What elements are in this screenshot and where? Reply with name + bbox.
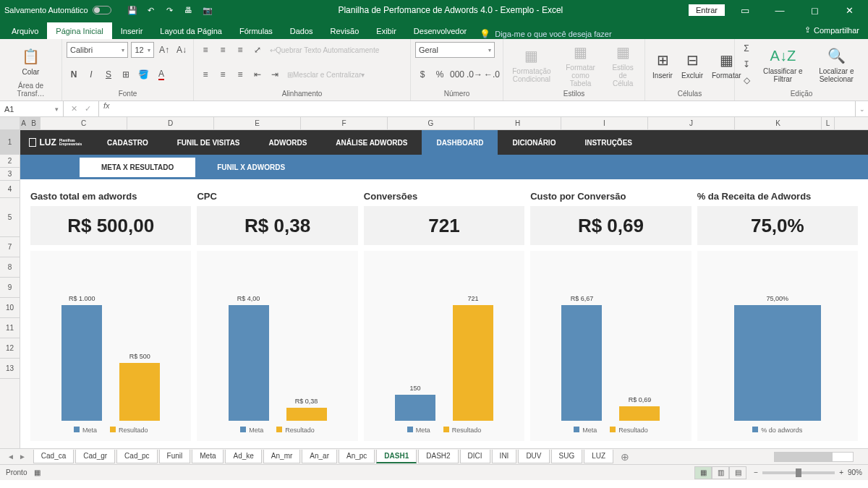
nav-instruções[interactable]: INSTRUÇÕES [570, 130, 647, 155]
view-layout-icon[interactable]: ▥ [712, 466, 729, 479]
sheet-tab-An_mr[interactable]: An_mr [263, 450, 300, 463]
font-size-select[interactable]: 12▾ [131, 42, 154, 58]
sheet-tab-An_pc[interactable]: An_pc [339, 450, 375, 463]
sort-filter-button[interactable]: A↓ZClassificar e Filtrar [760, 40, 807, 88]
sheet-tab-DASH1[interactable]: DASH1 [376, 450, 417, 463]
increase-font-icon[interactable]: A↑ [157, 43, 171, 57]
save-icon[interactable]: 💾 [127, 5, 137, 15]
align-middle-icon[interactable]: ≡ [216, 43, 230, 57]
expand-formula-icon[interactable]: ⌄ [855, 101, 868, 116]
zoom-level[interactable]: 90% [848, 468, 862, 476]
sheet-nav-next-icon[interactable]: ► [19, 453, 26, 461]
zoom-thumb[interactable] [796, 468, 801, 477]
nav-cadastro[interactable]: CADASTRO [93, 130, 163, 155]
zoom-out-icon[interactable]: − [754, 468, 758, 476]
column-header-A[interactable]: A [20, 117, 27, 129]
sheet-tab-DICI[interactable]: DICI [460, 450, 490, 463]
tab-formulas[interactable]: Fórmulas [231, 22, 281, 39]
fx-icon[interactable]: fx [99, 101, 114, 116]
add-sheet-icon[interactable]: ⊕ [615, 451, 635, 463]
nav-dicionário[interactable]: DICIONÁRIO [498, 130, 570, 155]
sheet-tab-SUG[interactable]: SUG [551, 450, 583, 463]
nav-dashboard[interactable]: DASHBOARD [422, 130, 498, 155]
currency-icon[interactable]: $ [415, 67, 430, 82]
name-box[interactable]: A1▾ [0, 101, 64, 116]
conditional-format-button[interactable]: ▦Formatação Condicional [508, 40, 556, 88]
font-color-icon[interactable]: A [154, 67, 169, 82]
fill-color-icon[interactable]: 🪣 [136, 67, 151, 82]
chevron-down-icon[interactable]: ▾ [55, 106, 59, 113]
sheet-tab-LUZ[interactable]: LUZ [584, 450, 613, 463]
sheet-tab-Cad_gr[interactable]: Cad_gr [75, 450, 115, 463]
nav-análise-adwords[interactable]: ANÁLISE ADWORDS [321, 130, 422, 155]
column-header-L[interactable]: L [822, 117, 835, 129]
decrease-decimal-icon[interactable]: ←.0 [485, 67, 499, 82]
column-header-G[interactable]: G [388, 117, 475, 129]
underline-button[interactable]: S [101, 67, 116, 82]
sheet-tab-An_ar[interactable]: An_ar [302, 450, 337, 463]
redo-icon[interactable]: ↷ [165, 5, 175, 15]
tab-data[interactable]: Dados [281, 22, 322, 39]
nav-funil-de-visitas[interactable]: FUNIL DE VISITAS [163, 130, 255, 155]
row-header-10[interactable]: 10 [0, 298, 20, 318]
sheet-canvas[interactable]: LUZ Planilhas Empresariais CADASTROFUNIL… [20, 130, 868, 448]
row-header-4[interactable]: 4 [0, 181, 20, 198]
scrollbar-thumb[interactable] [775, 453, 833, 461]
horizontal-scrollbar[interactable] [774, 452, 854, 462]
column-header-C[interactable]: C [41, 117, 127, 129]
autosave-toggle[interactable]: Salvamento Automático [4, 6, 111, 14]
sheet-tab-Cad_ca[interactable]: Cad_ca [33, 450, 74, 463]
print-icon[interactable]: 🖶 [184, 5, 194, 15]
macros-icon[interactable]: ▦ [34, 468, 41, 476]
font-name-select[interactable]: Calibri▾ [67, 42, 128, 58]
switch-off-icon[interactable] [93, 6, 111, 14]
fill-icon[interactable]: ↧ [739, 57, 754, 72]
sheet-tab-Funil[interactable]: Funil [159, 450, 191, 463]
row-header-5[interactable]: 5 [0, 198, 20, 237]
column-header-D[interactable]: D [127, 117, 214, 129]
column-header-J[interactable]: J [648, 117, 735, 129]
view-normal-icon[interactable]: ▦ [694, 466, 712, 479]
row-header-12[interactable]: 12 [0, 338, 20, 359]
number-format-select[interactable]: Geral▾ [415, 42, 495, 58]
row-header-3[interactable]: 3 [0, 168, 20, 181]
delete-cells-button[interactable]: ⊟Excluir [678, 40, 706, 88]
row-header-2[interactable]: 2 [0, 155, 20, 168]
decrease-indent-icon[interactable]: ⇤ [250, 67, 265, 82]
cancel-formula-icon[interactable]: ✕ [71, 104, 77, 114]
orientation-icon[interactable]: ⤢ [250, 43, 265, 57]
tab-view[interactable]: Exibir [367, 22, 405, 39]
row-header-1[interactable]: 1 [0, 130, 20, 155]
zoom-in-icon[interactable]: + [839, 468, 843, 476]
column-header-E[interactable]: E [214, 117, 301, 129]
row-header-7[interactable]: 7 [0, 237, 20, 257]
comma-icon[interactable]: 000 [450, 67, 464, 82]
zoom-slider[interactable] [762, 471, 835, 474]
align-right-icon[interactable]: ≡ [233, 67, 247, 82]
subnav-meta-x-resultado[interactable]: META X RESULTADO [80, 158, 195, 177]
wrap-text-button[interactable]: ↩ Quebrar Texto Automaticamente [268, 43, 381, 57]
tab-insert[interactable]: Inserir [112, 22, 152, 39]
column-header-I[interactable]: I [561, 117, 648, 129]
merge-button[interactable]: ⊞ Mesclar e Centralizar ▾ [285, 67, 367, 82]
formula-input[interactable] [114, 101, 855, 116]
sheet-tab-Meta[interactable]: Meta [192, 450, 224, 463]
sheet-tab-Cad_pc[interactable]: Cad_pc [116, 450, 157, 463]
tellme-search[interactable]: 💡 Diga-me o que você deseja fazer [480, 29, 611, 39]
tab-developer[interactable]: Desenvolvedor [405, 22, 475, 39]
close-icon[interactable]: ✕ [835, 0, 864, 20]
insert-cells-button[interactable]: ⊞Inserir [650, 40, 676, 88]
undo-icon[interactable]: ↶ [146, 5, 156, 15]
italic-button[interactable]: I [84, 67, 98, 82]
maximize-icon[interactable]: ◻ [800, 0, 829, 20]
autosum-icon[interactable]: Σ [739, 41, 754, 56]
cell-styles-button[interactable]: ▦Estilos de Célula [605, 40, 640, 88]
align-bottom-icon[interactable]: ≡ [233, 43, 247, 57]
tab-file[interactable]: Arquivo [3, 22, 47, 39]
increase-indent-icon[interactable]: ⇥ [268, 67, 282, 82]
share-button[interactable]: ⇪ Compartilhar [796, 21, 868, 39]
enter-formula-icon[interactable]: ✓ [85, 104, 91, 114]
tab-review[interactable]: Revisão [322, 22, 368, 39]
paste-button[interactable]: 📋 Colar [4, 40, 57, 82]
ribbon-display-icon[interactable]: ▭ [731, 0, 760, 20]
